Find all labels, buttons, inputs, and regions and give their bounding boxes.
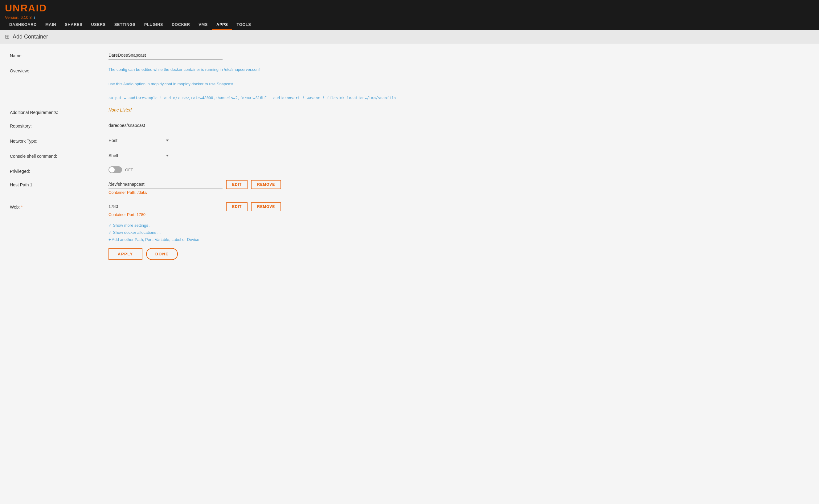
nav-tools[interactable]: TOOLS: [232, 20, 255, 30]
version-text: Version: 6.10.3: [5, 15, 32, 20]
done-button[interactable]: DONE: [146, 248, 178, 260]
repository-row: Repository:: [10, 121, 809, 130]
name-row: Name:: [10, 51, 809, 60]
web-label: Web: *: [10, 202, 108, 209]
console-shell-label: Console shell command:: [10, 151, 108, 159]
overview-row: Overview: The config can be edited while…: [10, 66, 809, 101]
main-content: Name: Overview: The config can be edited…: [0, 43, 819, 504]
web-value: EDIT REMOVE Container Port: 1780 ✓ Show …: [108, 202, 809, 260]
toggle-knob: [109, 167, 115, 173]
repository-label: Repository:: [10, 121, 108, 128]
console-shell-row: Console shell command: Shell Bash sh: [10, 151, 809, 160]
console-shell-value: Shell Bash sh: [108, 151, 809, 160]
toggle-row: OFF: [108, 166, 809, 173]
nav: DASHBOARD MAIN SHARES USERS SETTINGS PLU…: [5, 20, 814, 30]
name-input[interactable]: [108, 51, 222, 60]
host-path-row: Host Path 1: EDIT REMOVE Container Path:…: [10, 180, 809, 196]
nav-apps[interactable]: APPS: [212, 20, 232, 30]
apply-button[interactable]: APPLY: [108, 248, 142, 260]
version-line: Version: 6.10.3 ℹ: [5, 15, 814, 20]
show-more-settings-link[interactable]: ✓ Show more settings ...: [108, 223, 809, 228]
additional-req-value: None Listed: [108, 108, 809, 112]
host-path-value: EDIT REMOVE Container Path: /data/: [108, 180, 809, 196]
show-docker-allocations-link[interactable]: ✓ Show docker allocations ...: [108, 230, 809, 235]
network-type-row: Network Type: Host Bridge None: [10, 136, 809, 145]
name-label: Name:: [10, 51, 108, 58]
nav-vms[interactable]: VMS: [194, 20, 212, 30]
action-buttons: APPLY DONE: [108, 248, 809, 260]
nav-settings[interactable]: SETTINGS: [110, 20, 140, 30]
host-path-label: Host Path 1:: [10, 180, 108, 187]
web-input-row: EDIT REMOVE: [108, 202, 809, 211]
host-path-input[interactable]: [108, 180, 222, 189]
overview-value: The config can be edited while the docke…: [108, 66, 809, 101]
page-title: Add Container: [13, 34, 48, 40]
info-icon[interactable]: ℹ: [34, 15, 35, 20]
host-path-input-row: EDIT REMOVE: [108, 180, 809, 189]
privileged-label: Privileged:: [10, 166, 108, 174]
nav-dashboard[interactable]: DASHBOARD: [5, 20, 41, 30]
repository-value: [108, 121, 809, 130]
topbar: UNRAID Version: 6.10.3 ℹ DASHBOARD MAIN …: [0, 0, 819, 30]
web-input[interactable]: [108, 202, 222, 211]
privileged-state-label: OFF: [125, 168, 133, 172]
privileged-value: OFF: [108, 166, 809, 173]
network-type-value: Host Bridge None: [108, 136, 809, 145]
nav-users[interactable]: USERS: [87, 20, 110, 30]
web-edit-button[interactable]: EDIT: [226, 202, 247, 211]
network-type-select[interactable]: Host Bridge None: [108, 136, 170, 145]
host-path-remove-button[interactable]: REMOVE: [251, 180, 281, 189]
nav-shares[interactable]: SHARES: [60, 20, 87, 30]
additional-req-label: Additional Requirements:: [10, 108, 108, 115]
additional-req-text: None Listed: [108, 108, 132, 112]
container-path-1: Container Path: /data/: [108, 190, 809, 195]
privileged-row: Privileged: OFF: [10, 166, 809, 174]
web-row: Web: * EDIT REMOVE Container Port: 1780 …: [10, 202, 809, 260]
repository-input[interactable]: [108, 121, 222, 130]
grid-icon: ⊞: [5, 33, 10, 40]
nav-plugins[interactable]: PLUGINS: [140, 20, 167, 30]
nav-main[interactable]: MAIN: [41, 20, 60, 30]
logo-text: UNRAID: [5, 2, 47, 14]
add-another-link[interactable]: + Add another Path, Port, Variable, Labe…: [108, 237, 809, 242]
container-port: Container Port: 1780: [108, 212, 809, 217]
logo: UNRAID: [5, 2, 814, 14]
name-value: [108, 51, 809, 60]
overview-line3: output = audioresample ! audio/x-raw,rat…: [108, 95, 809, 102]
overview-line1: The config can be edited while the docke…: [108, 66, 809, 73]
overview-label: Overview:: [10, 66, 108, 73]
page-header: ⊞ Add Container: [0, 30, 819, 43]
privileged-toggle[interactable]: [108, 166, 122, 173]
nav-docker[interactable]: DOCKER: [167, 20, 194, 30]
web-required: *: [21, 205, 22, 209]
console-shell-select[interactable]: Shell Bash sh: [108, 151, 170, 160]
additional-req-row: Additional Requirements: None Listed: [10, 108, 809, 115]
overview-line2: use this Audio option in mopidy.conf in …: [108, 80, 809, 87]
network-type-label: Network Type:: [10, 136, 108, 144]
web-remove-button[interactable]: REMOVE: [251, 202, 281, 211]
host-path-edit-button[interactable]: EDIT: [226, 180, 247, 189]
